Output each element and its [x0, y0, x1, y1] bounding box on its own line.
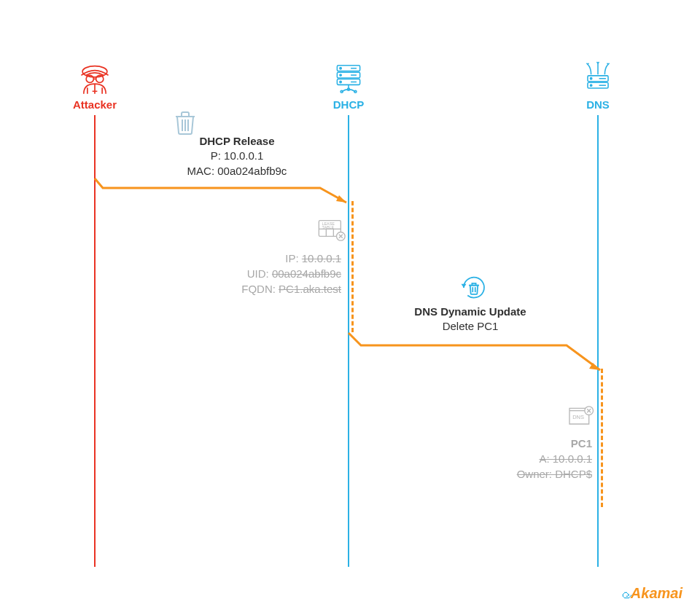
dhcp-release-mac: MAC: 00a024abfb9c	[153, 164, 321, 178]
refresh-trash-icon	[459, 272, 489, 306]
svg-point-9	[340, 81, 341, 82]
dns-record-host: PC1	[503, 436, 592, 451]
lease-ip-label: IP:	[285, 252, 298, 264]
lease-fqdn-value: PC1.aka.test	[279, 283, 341, 295]
dhcp-release-message: DHCP Release P: 10.0.0.1 MAC: 00a024abfb…	[153, 134, 321, 178]
svg-marker-35	[462, 284, 467, 288]
svg-point-20	[590, 78, 591, 79]
dns-update-title: DNS Dynamic Update	[379, 305, 561, 319]
arrow-dhcp-to-dns	[348, 332, 610, 383]
dns-update-message: DNS Dynamic Update Delete PC1	[379, 305, 561, 334]
lease-table-icon: LEASE TABLE	[316, 216, 346, 248]
activation-dhcp	[351, 201, 354, 332]
svg-point-7	[340, 68, 341, 69]
dns-branch-icon	[580, 60, 616, 99]
lane-label-dns: DNS	[586, 98, 610, 111]
lane-label-attacker: Attacker	[73, 98, 117, 111]
dns-record-owner: Owner: DHCP$	[503, 466, 592, 482]
dns-record: PC1 A: 10.0.0.1 Owner: DHCP$	[503, 436, 592, 482]
svg-text:DNS: DNS	[572, 414, 584, 420]
akamai-logo: ꩜Akamai	[619, 585, 682, 602]
activation-dns	[601, 369, 603, 507]
lease-table-record: IP: 10.0.0.1 UID: 00a024abfb9c FQDN: PC1…	[225, 251, 341, 297]
dhcp-release-ip: P: 10.0.0.1	[153, 149, 321, 163]
dhcp-release-title: DHCP Release	[153, 134, 321, 149]
lease-fqdn-label: FQDN:	[241, 283, 276, 295]
dns-record-a: A: 10.0.0.1	[503, 451, 592, 466]
svg-text:TABLE: TABLE	[322, 225, 335, 230]
spy-icon	[75, 57, 114, 99]
arrow-attacker-to-dhcp	[94, 178, 357, 214]
svg-marker-25	[336, 195, 346, 203]
lease-ip-value: 10.0.0.1	[302, 252, 341, 264]
server-stack-icon	[330, 60, 367, 99]
svg-point-21	[590, 85, 591, 86]
akamai-logo-text: Akamai	[631, 585, 682, 601]
lease-uid-label: UID:	[247, 267, 269, 280]
svg-point-8	[340, 74, 341, 76]
lane-label-dhcp: DHCP	[333, 98, 365, 111]
lease-uid-value: 00a024abfb9c	[272, 267, 341, 280]
svg-point-0	[82, 66, 107, 77]
akamai-wave-icon: ꩜	[619, 587, 634, 604]
dns-record-icon: DNS	[566, 402, 595, 434]
